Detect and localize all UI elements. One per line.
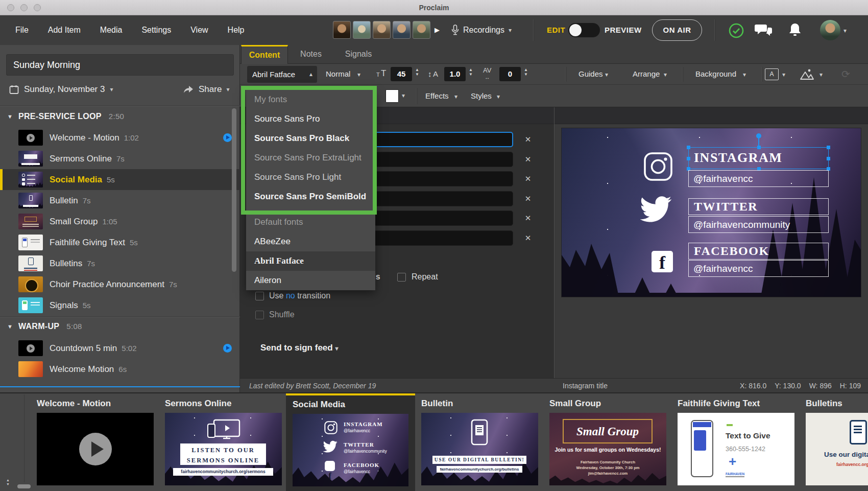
resize-handle[interactable] — [687, 157, 690, 160]
resize-handle[interactable] — [827, 157, 830, 160]
add-text-box-button[interactable]: A — [765, 68, 779, 80]
user-avatar[interactable] — [820, 20, 840, 40]
menu-view[interactable]: View — [190, 26, 208, 35]
team-avatar[interactable] — [373, 21, 391, 39]
menu-settings[interactable]: Settings — [141, 26, 171, 35]
shuffle-checkbox[interactable] — [255, 311, 264, 319]
chevron-down-icon[interactable]: ▾ — [605, 71, 608, 78]
styles-dropdown[interactable]: Styles — [471, 91, 492, 100]
resize-handle[interactable] — [757, 146, 761, 149]
font-option[interactable]: Source Sans Pro ExtraLight — [246, 148, 375, 168]
chat-icon[interactable] — [755, 22, 773, 38]
service-item-countdown[interactable]: Countdown 5 min5:02 — [0, 338, 240, 359]
chevron-down-icon[interactable]: ▾ — [357, 71, 360, 78]
use-transition-checkbox[interactable] — [255, 292, 264, 300]
service-item-bulletins[interactable]: Bulletins7s — [0, 253, 240, 274]
chevron-down-icon[interactable]: ▾ — [843, 27, 847, 34]
chevron-down-icon[interactable]: ▾ — [454, 93, 457, 100]
menu-media[interactable]: Media — [100, 26, 123, 35]
bell-icon[interactable] — [788, 22, 802, 38]
add-image-button[interactable] — [800, 68, 814, 80]
remove-field-button[interactable]: ✕ — [522, 211, 534, 226]
font-weight-dropdown[interactable]: Normal — [326, 69, 350, 78]
font-size-input[interactable]: 45 — [391, 67, 412, 81]
remove-field-button[interactable]: ✕ — [522, 230, 534, 246]
remove-field-button[interactable]: ✕ — [522, 132, 534, 147]
letter-spacing-stepper[interactable]: ▲▼ — [523, 67, 528, 81]
service-item-faithlife-giving-text[interactable]: Faithlife Giving Text5s — [0, 232, 240, 253]
chevron-down-icon[interactable]: ▾ — [497, 93, 500, 100]
chevron-down-icon[interactable]: ▾ — [782, 71, 785, 78]
section-warm-up[interactable]: ▼ WARM-UP5:08 — [0, 318, 240, 335]
font-option[interactable]: Source Sans Pro SemiBold — [246, 187, 375, 206]
send-to-sign-feed-dropdown[interactable]: Send to sign feed ▾ — [260, 343, 338, 353]
on-air-button[interactable]: ON AIR — [652, 19, 702, 41]
line-height-stepper[interactable]: ▲▼ — [468, 67, 473, 81]
slide-canvas[interactable]: f INSTAGRAM @fairhavencc TWITTER — [562, 128, 861, 297]
text-color-swatch[interactable] — [385, 89, 399, 103]
filmstrip-card-faithlife-giving[interactable]: Faithlife Giving Text Text to Give 360-5… — [678, 393, 794, 491]
font-option[interactable]: Source Sans Pro Black — [246, 129, 375, 148]
share-dropdown[interactable]: Share ▾ — [183, 82, 229, 97]
service-date-dropdown[interactable]: Sunday, November 3 ▾ — [9, 82, 113, 97]
filmstrip-card-bulletin[interactable]: Bulletin USE OUR DIGITAL BULLETIN! fairh… — [421, 393, 538, 491]
guides-dropdown[interactable]: Guides — [578, 69, 603, 78]
menu-file[interactable]: File — [15, 26, 29, 35]
status-check-icon[interactable] — [728, 22, 744, 39]
chevron-down-icon[interactable]: ▾ — [664, 71, 667, 78]
chevron-down-icon[interactable]: ▾ — [743, 71, 746, 78]
remove-field-button[interactable]: ✕ — [522, 191, 534, 206]
text-box-facebook-handle[interactable]: @fairhavencc — [688, 260, 829, 277]
filmstrip-scroll-arrows[interactable]: ▲▼ — [6, 478, 10, 486]
tab-signals[interactable]: Signals — [334, 45, 383, 64]
resize-handle[interactable] — [827, 146, 830, 149]
more-avatars-icon[interactable]: ▶ — [435, 26, 440, 34]
service-title-input[interactable]: Sunday Morning — [6, 54, 234, 76]
sidebar-scrollbar[interactable] — [232, 108, 236, 272]
tab-content[interactable]: Content — [241, 45, 288, 64]
arrange-dropdown[interactable]: Arrange — [633, 69, 660, 78]
filmstrip-card-welcome-motion[interactable]: Welcome - Motion — [37, 393, 154, 491]
text-box-instagram-handle[interactable]: @fairhavencc — [688, 170, 829, 187]
effects-dropdown[interactable]: Effects — [425, 91, 449, 100]
line-height-input[interactable]: 1.0 — [444, 67, 466, 81]
font-option[interactable]: Aileron — [246, 271, 375, 290]
transition-type-link[interactable]: no — [286, 291, 295, 300]
service-item-small-group[interactable]: Small Group1:05 — [0, 211, 240, 232]
service-item-signals[interactable]: Signals5s — [0, 295, 240, 316]
selected-text-box-instagram[interactable]: INSTAGRAM — [688, 147, 829, 169]
filmstrip-card-bulletins[interactable]: Bulletins Use our digital fairhavencc.or… — [806, 393, 868, 491]
team-avatar[interactable] — [413, 21, 430, 39]
filmstrip-card-small-group[interactable]: Small Group Small Group Join us for smal… — [549, 393, 666, 491]
menu-add-item[interactable]: Add Item — [48, 26, 81, 35]
font-option[interactable]: Source Sans Pro Light — [246, 168, 375, 187]
collapse-icon[interactable]: ▼ — [7, 318, 13, 335]
text-box-twitter-title[interactable]: TWITTER — [688, 198, 829, 215]
letter-spacing-input[interactable]: 0 — [499, 67, 521, 81]
chevron-down-icon[interactable]: ▾ — [402, 92, 405, 99]
tab-notes[interactable]: Notes — [289, 45, 333, 64]
chevron-down-icon[interactable]: ▾ — [819, 71, 823, 78]
team-avatar[interactable] — [333, 21, 351, 39]
font-family-dropdown[interactable]: Abril Fatface ▴ — [247, 66, 317, 83]
font-option-selected[interactable]: Abril Fatface — [246, 251, 375, 271]
remove-field-button[interactable]: ✕ — [522, 152, 534, 167]
font-size-stepper[interactable]: ▲▼ — [415, 67, 420, 81]
menu-help[interactable]: Help — [228, 26, 245, 35]
team-avatar[interactable] — [393, 21, 411, 39]
font-option[interactable]: Source Sans Pro — [246, 109, 375, 129]
team-avatar[interactable] — [353, 21, 371, 39]
service-item-welcome-motion-2[interactable]: Welcome Motion6s — [0, 359, 240, 380]
edit-preview-toggle[interactable] — [568, 23, 600, 37]
service-item-bulletin[interactable]: Bulletin7s — [0, 190, 240, 211]
section-pre-service-loop[interactable]: ▼ PRE-SERVICE LOOP2:50 — [0, 108, 240, 125]
filmstrip-card-sermons-online[interactable]: Sermons Online LISTEN TO OUR SERMONS ONL… — [165, 393, 282, 491]
repeat-checkbox[interactable] — [397, 273, 406, 282]
text-box-facebook-title[interactable]: FACEBOOK — [688, 243, 829, 260]
resize-handle[interactable] — [687, 146, 690, 149]
service-item-social-media-selected[interactable]: Social Media5s — [0, 169, 240, 190]
service-item-welcome-motion[interactable]: Welcome - Motion1:02 — [0, 127, 240, 148]
service-item-choir-practice[interactable]: Choir Practice Announcement7s — [0, 274, 240, 295]
font-option[interactable]: ABeeZee — [246, 232, 375, 251]
filmstrip-scrollbar[interactable] — [17, 484, 31, 488]
